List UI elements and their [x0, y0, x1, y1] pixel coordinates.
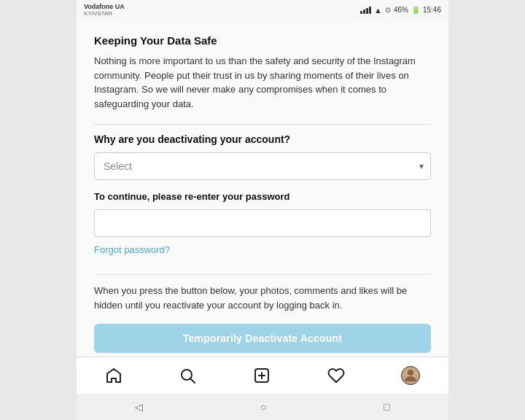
- battery-percent: 46%: [394, 6, 408, 14]
- svg-point-5: [408, 370, 413, 376]
- forgot-password-link[interactable]: Forgot password?: [94, 244, 170, 255]
- password-input[interactable]: [94, 209, 431, 237]
- android-back-button[interactable]: ◁: [123, 400, 155, 414]
- deactivate-button[interactable]: Temporarily Deactivate Account: [94, 324, 431, 353]
- reason-select-wrapper[interactable]: Select I'm not interested anymore Privac…: [94, 152, 431, 180]
- clock: 15:46: [423, 6, 441, 14]
- nav-add[interactable]: [244, 364, 279, 387]
- android-home-button[interactable]: ○: [249, 400, 278, 414]
- nav-activity[interactable]: [319, 364, 354, 387]
- divider-top: [94, 124, 431, 125]
- nav-home[interactable]: [96, 364, 131, 387]
- android-recent-button[interactable]: □: [372, 400, 401, 414]
- nav-search[interactable]: [170, 364, 205, 387]
- network-name: KYIVSTAR: [84, 10, 125, 17]
- deactivation-question: Why are you deactivating your account?: [94, 133, 431, 145]
- bottom-nav: [77, 357, 448, 394]
- status-right: ▲ ⊙ 46% 🔋 15:46: [360, 6, 441, 15]
- status-bar: Vodafone UA KYIVSTAR ▲ ⊙ 46% 🔋 15:46: [77, 0, 448, 20]
- battery-icon: 🔋: [411, 6, 420, 14]
- section-title: Keeping Your Data Safe: [94, 34, 431, 47]
- main-content: Keeping Your Data Safe Nothing is more i…: [77, 20, 448, 357]
- deactivation-info: When you press the button below, your ph…: [94, 284, 431, 312]
- reason-select[interactable]: Select I'm not interested anymore Privac…: [94, 152, 431, 180]
- carrier-info: Vodafone UA KYIVSTAR: [84, 3, 125, 17]
- signal-icon: [360, 7, 371, 14]
- android-nav-bar: ◁ ○ □: [77, 394, 448, 420]
- data-icon: ⊙: [385, 6, 391, 14]
- phone-frame: Vodafone UA KYIVSTAR ▲ ⊙ 46% 🔋 15:46 Kee…: [77, 0, 448, 420]
- avatar: [401, 366, 420, 385]
- divider-bottom: [94, 274, 431, 275]
- svg-line-1: [191, 379, 195, 384]
- carrier-name: Vodafone UA: [84, 3, 125, 10]
- wifi-icon: ▲: [374, 6, 382, 15]
- nav-profile[interactable]: [392, 363, 429, 388]
- body-text: Nothing is more important to us than the…: [94, 54, 431, 111]
- password-label: To continue, please re-enter your passwo…: [94, 190, 431, 203]
